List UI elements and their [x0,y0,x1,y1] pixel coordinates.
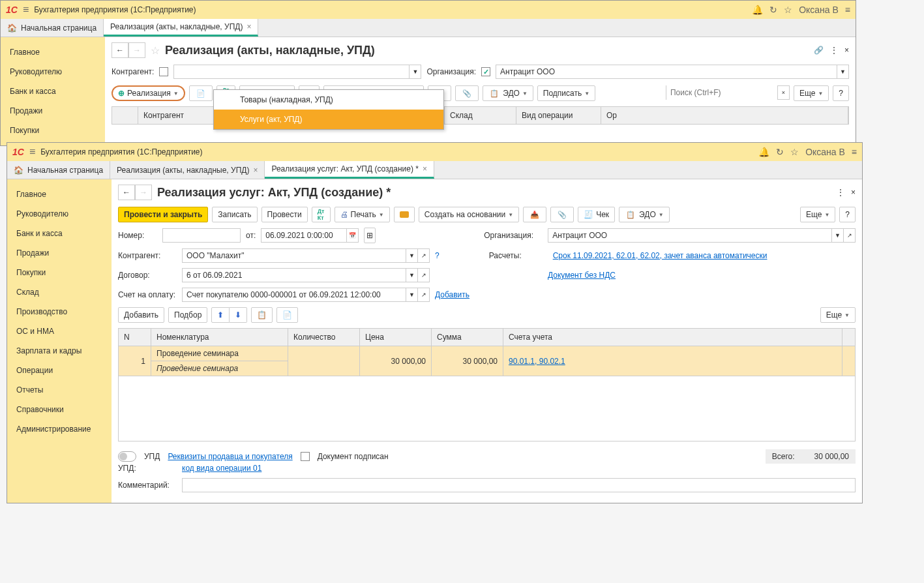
invoice-combo[interactable]: Счет покупателю 0000-000001 от 06.09.202… [182,288,430,302]
chevron-down-icon[interactable]: ▼ [406,249,417,262]
print-button[interactable]: 🖨 Печать ▼ [335,207,390,222]
pick-button[interactable]: Подбор [168,307,207,323]
sidebar-item-os[interactable]: ОС и НМА [7,321,112,341]
sidebar-item-production[interactable]: Производство [7,302,112,321]
th-price[interactable]: Цена [360,329,432,346]
dropdown-item-goods[interactable]: Товары (накладная, УПД) [214,90,443,110]
clear-icon[interactable]: × [777,86,789,99]
org-checkbox[interactable] [481,67,490,76]
open-icon[interactable]: ↗ [417,288,429,301]
edo-button[interactable]: 📋 ЭДО ▼ [619,207,670,222]
number-input[interactable] [162,228,241,243]
op-code-link[interactable]: код вида операции 01 [182,464,261,473]
calendar-icon[interactable]: 📅 [346,229,358,242]
sidebar-item-sales[interactable]: Продажи [1,101,105,121]
post-button[interactable]: Провести [261,207,308,222]
cell-qty[interactable] [288,346,360,376]
nds-link[interactable]: Документ без НДС [548,271,616,280]
cell-n[interactable]: 1 [119,346,151,376]
attach-button[interactable]: 📎 [455,85,479,101]
post-close-button[interactable]: Провести и закрыть [118,207,208,222]
tab-realization[interactable]: Реализация (акты, накладные, УПД) × [110,161,265,179]
load-button[interactable]: 📥 [523,207,546,222]
counterparty-combo[interactable]: ▼ [173,65,421,79]
kebab-icon[interactable]: ⋮ [837,188,844,197]
sidebar-item-hr[interactable]: Зарплата и кадры [7,341,112,361]
paste-rows-button[interactable]: 📄 [276,307,298,323]
hamburger-icon[interactable]: ≡ [29,146,35,158]
edo-button[interactable]: 📋 ЭДО ▼ [483,85,533,101]
menu-icon[interactable]: ≡ [852,147,857,157]
help-button[interactable]: ? [833,85,849,101]
accounts-link[interactable]: 90.01.1, 90.02.1 [509,357,565,366]
copy-button[interactable]: 📄 [189,85,213,101]
chevron-down-icon[interactable]: ▼ [831,229,843,242]
close-icon[interactable]: × [851,188,856,197]
comment-input[interactable] [182,478,856,492]
close-icon[interactable]: × [253,166,258,175]
back-button[interactable]: ← [112,42,128,58]
close-icon[interactable]: × [423,164,427,173]
th-nomen[interactable]: Номенклатура [151,329,288,346]
th-n[interactable]: N [119,329,151,346]
help-button[interactable]: ? [839,207,856,222]
close-icon[interactable]: × [246,22,251,31]
th-optype[interactable]: Вид операции [516,107,601,124]
move-down-button[interactable]: ⬇ [230,307,247,323]
sidebar-item-purchases[interactable]: Покупки [7,263,112,282]
star-icon[interactable]: ☆ [790,147,799,157]
sidebar-item-purchases[interactable]: Покупки [1,121,105,140]
history-icon[interactable]: ↻ [776,147,784,157]
chevron-down-icon[interactable]: ▼ [406,288,417,301]
add-row-button[interactable]: Добавить [118,307,164,323]
table-row[interactable]: 1 Проведение семинара 30 000,00 30 000,0… [119,346,856,361]
kebab-icon[interactable]: ⋮ [830,46,838,55]
contract-combo[interactable]: 6 от 06.09.2021 ▼ ↗ [182,268,430,282]
sidebar-item-manager[interactable]: Руководителю [7,204,112,224]
open-icon[interactable]: ↗ [417,249,429,262]
forward-button[interactable]: → [135,185,152,200]
more-button[interactable]: Еще ▼ [800,207,835,222]
sidebar-item-main[interactable]: Главное [1,42,105,62]
org-combo[interactable]: Антрацит ООО ▼ ↗ [548,228,856,243]
copy-rows-button[interactable]: 📋 [251,307,273,323]
cell-accounts[interactable]: 90.01.1, 90.02.1 [503,346,842,376]
th-sum[interactable]: Сумма [432,329,503,346]
th-accounts[interactable]: Счета учета [503,329,842,346]
sidebar-item-sales[interactable]: Продажи [7,243,112,263]
sidebar-item-refs[interactable]: Справочники [7,400,112,419]
th-warehouse[interactable]: Склад [445,107,516,124]
sidebar-item-admin[interactable]: Администрирование [7,419,112,439]
hamburger-icon[interactable]: ≡ [23,4,29,16]
history-icon[interactable]: ↻ [769,5,777,15]
sidebar-item-ops[interactable]: Операции [7,361,112,380]
date-input[interactable]: 06.09.2021 0:00:00 📅 [261,228,359,243]
open-icon[interactable]: ↗ [843,229,855,242]
seller-link[interactable]: Реквизиты продавца и покупателя [168,452,292,461]
add-invoice-link[interactable]: Добавить [435,290,469,299]
cell-sum[interactable]: 30 000,00 [432,346,503,376]
check-button[interactable]: 🧾 Чек [578,207,615,222]
create-base-button[interactable]: Создать на основании ▼ [419,207,519,222]
attach-button[interactable]: 📎 [550,207,574,222]
search-box[interactable]: × [666,85,790,100]
cell-nomen-sub[interactable]: Проведение семинара [151,361,288,376]
tab-services-create[interactable]: Реализация услуг: Акт, УПД (создание) * … [265,161,434,179]
home-tab[interactable]: 🏠 Начальная страница [1,19,104,37]
forward-button[interactable]: → [128,42,145,58]
org-combo[interactable]: Антрацит ООО ▼ [496,65,849,79]
link-icon[interactable]: 🔗 [814,46,824,55]
form-options-button[interactable]: ⊞ [364,228,376,243]
back-button[interactable]: ← [118,185,135,200]
sidebar-item-main[interactable]: Главное [7,185,112,204]
search-input[interactable] [666,85,777,100]
chevron-down-icon[interactable]: ▼ [837,65,848,78]
signed-checkbox[interactable] [301,452,310,461]
sidebar-item-bank[interactable]: Банк и касса [1,82,105,101]
star-icon[interactable]: ☆ [784,5,792,15]
sign-button[interactable]: Подписать ▼ [537,85,595,101]
sidebar-item-reports[interactable]: Отчеты [7,380,112,400]
open-icon[interactable]: ↗ [417,269,429,282]
realize-button[interactable]: ⊕ Реализация ▼ [112,85,185,101]
bell-icon[interactable]: 🔔 [758,147,769,157]
